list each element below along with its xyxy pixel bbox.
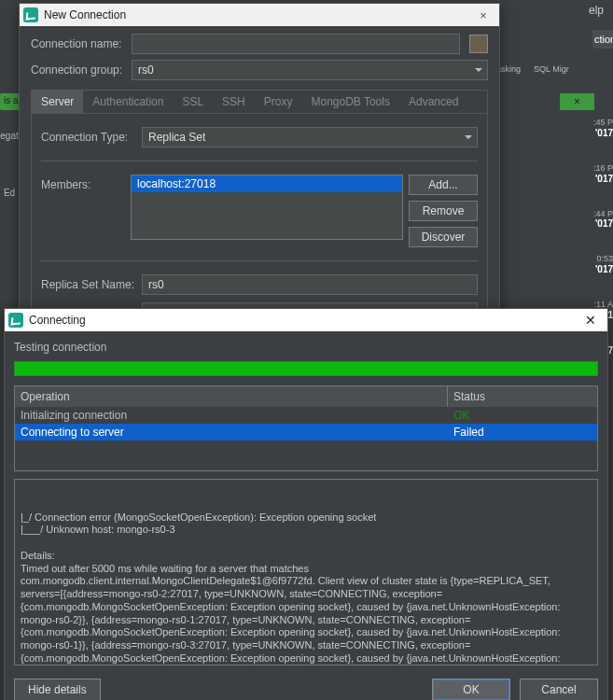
connection-name-input[interactable] xyxy=(132,34,460,54)
remove-member-button[interactable]: Remove xyxy=(409,201,478,221)
dialog-title: New Connection xyxy=(44,8,126,21)
replica-set-name-row: Replica Set Name: xyxy=(41,271,478,299)
table-row[interactable]: Initializing connection OK xyxy=(15,407,597,424)
connection-type-label: Connection Type: xyxy=(41,131,136,144)
dialog-titlebar[interactable]: Connecting ✕ xyxy=(5,309,607,331)
connection-name-row: Connection name: xyxy=(20,26,499,58)
bg-green-close[interactable]: × xyxy=(560,93,594,110)
connection-group-label: Connection group: xyxy=(31,63,126,77)
ok-button[interactable]: OK xyxy=(432,679,510,700)
add-member-button[interactable]: Add... xyxy=(409,175,478,195)
table-row[interactable]: Connecting to server Failed xyxy=(15,424,597,441)
chevron-down-icon[interactable] xyxy=(469,60,488,80)
cancel-button[interactable]: Cancel xyxy=(520,679,598,700)
new-connection-dialog: New Connection × Connection name: Connec… xyxy=(19,3,500,345)
connection-group-row: Connection group: xyxy=(20,58,499,84)
error-details-box[interactable]: |_/ Connection error (MongoSocketOpenExc… xyxy=(14,479,598,665)
bg-toolbar-sqlmig: SQL Migr xyxy=(534,64,569,74)
connection-name-label: Connection name: xyxy=(31,37,126,50)
col-operation: Operation xyxy=(15,386,448,407)
connection-type-select[interactable] xyxy=(142,127,478,147)
status-cell: Failed xyxy=(448,424,597,441)
replica-set-name-label: Replica Set Name: xyxy=(41,278,136,291)
server-pane: Connection Type: Members: localhost:2701… xyxy=(31,114,488,337)
tab-ssl[interactable]: SSL xyxy=(173,91,213,113)
bg-left-sidebar: egat Ed xyxy=(0,131,19,226)
members-label: Members: xyxy=(41,175,125,191)
connection-type-row: Connection Type: xyxy=(41,123,478,151)
status-cell: OK xyxy=(448,407,597,424)
operation-table: Operation Status Initializing connection… xyxy=(14,385,598,471)
tab-advanced[interactable]: Advanced xyxy=(399,91,467,113)
close-icon[interactable]: ✕ xyxy=(578,313,604,328)
op-cell: Initializing connection xyxy=(15,407,448,424)
error-text: |_/ Connection error (MongoSocketOpenExc… xyxy=(21,511,580,666)
tab-mongodb-tools[interactable]: MongoDB Tools xyxy=(301,91,399,113)
tab-proxy[interactable]: Proxy xyxy=(255,91,302,113)
connection-group-value[interactable] xyxy=(132,60,488,80)
chevron-down-icon[interactable] xyxy=(459,127,478,147)
connection-type-value[interactable] xyxy=(142,127,478,147)
dialog-title: Connecting xyxy=(29,314,86,327)
dialog-footer: Hide details OK Cancel xyxy=(5,671,607,700)
bg-hint: :44 P'017 xyxy=(590,209,613,231)
hide-details-button[interactable]: Hide details xyxy=(14,679,101,700)
app-icon xyxy=(8,313,23,328)
bg-hint: 0:53'017 xyxy=(590,254,613,275)
connecting-dialog: Connecting ✕ Testing connection Operatio… xyxy=(4,308,608,700)
app-icon xyxy=(23,7,38,22)
members-list[interactable]: localhost:27018 xyxy=(131,175,403,240)
tab-authentication[interactable]: Authentication xyxy=(83,91,173,113)
connection-tabs: Server Authentication SSL SSH Proxy Mong… xyxy=(31,90,488,114)
tab-server[interactable]: Server xyxy=(32,91,83,113)
dialog-titlebar[interactable]: New Connection × xyxy=(20,4,499,26)
col-status: Status xyxy=(448,386,597,407)
testing-connection-label: Testing connection xyxy=(14,341,598,354)
connection-group-select[interactable] xyxy=(132,60,488,80)
bg-hint: :45 P'017 xyxy=(590,118,613,139)
bg-hint: :16 P'017 xyxy=(590,163,613,185)
close-icon[interactable]: × xyxy=(471,8,495,22)
table-header: Operation Status xyxy=(15,386,597,407)
bg-ction-tag: ction xyxy=(592,30,613,49)
op-cell: Connecting to server xyxy=(15,424,448,441)
bg-toolbar: lasking SQL Migr xyxy=(495,52,613,86)
discover-button[interactable]: Discover xyxy=(409,227,478,247)
progress-bar xyxy=(14,361,598,376)
tab-ssh[interactable]: SSH xyxy=(213,91,255,113)
member-item[interactable]: localhost:27018 xyxy=(132,175,402,192)
bg-help-menu: elp xyxy=(589,4,604,17)
replica-set-name-input[interactable] xyxy=(142,274,478,295)
members-row: Members: localhost:27018 Add... Remove D… xyxy=(41,171,478,251)
color-picker-button[interactable] xyxy=(469,35,488,53)
